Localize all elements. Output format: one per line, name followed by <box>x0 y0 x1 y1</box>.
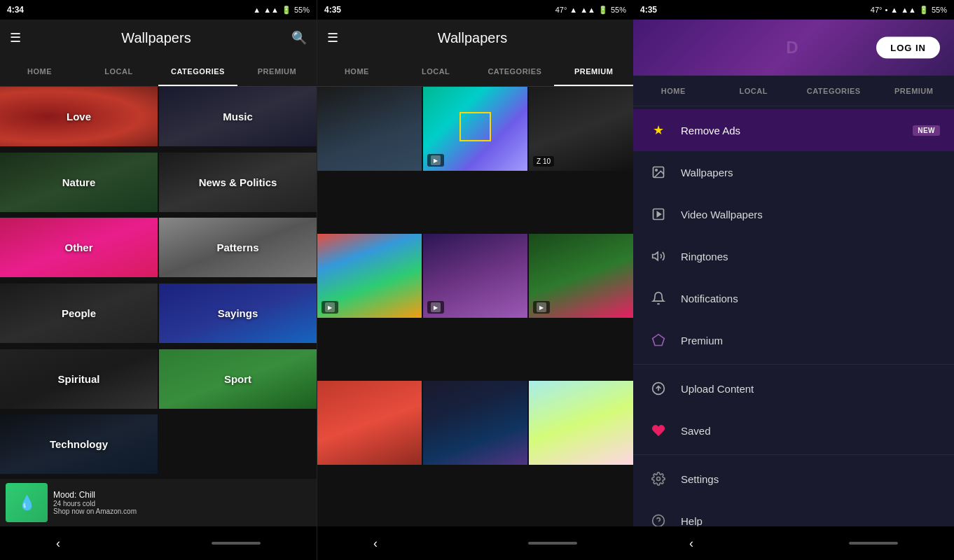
menu-label-remove-ads: Remove Ads <box>681 125 901 136</box>
back-button-2[interactable]: ‹ <box>373 536 378 551</box>
wp-flowers[interactable]: ▶ <box>529 234 633 318</box>
wp-outline-box <box>459 112 491 141</box>
wp-car[interactable] <box>317 87 422 171</box>
wp-play-badge-flower: ▶ <box>533 301 550 314</box>
signal-icon-2: ▲▲ <box>580 6 595 14</box>
status-time-2: 4:35 <box>324 5 341 15</box>
signal-icon: ▲▲ <box>263 6 279 14</box>
menu-item-premium[interactable]: Premium <box>633 319 954 361</box>
battery-icon-2: 🔋 <box>598 6 608 15</box>
wifi-icon: ▲ <box>253 6 261 14</box>
cat-people[interactable]: People <box>0 284 158 343</box>
status-icons-2: 47° ▲ ▲▲ 🔋 55% <box>555 6 626 15</box>
cat-technology-label: Technology <box>0 414 158 474</box>
ad-cta: Shop now on Amazon.com <box>53 507 137 515</box>
tab-local-3[interactable]: LOCAL <box>714 76 794 106</box>
tab-categories-1[interactable]: CATEGORIES <box>158 56 237 86</box>
wp-mask[interactable]: Z 10 <box>529 87 633 171</box>
back-button-3[interactable]: ‹ <box>689 536 693 551</box>
play-icon: ▶ <box>431 155 441 165</box>
tab-home-2[interactable]: HOME <box>317 56 396 86</box>
upload-icon <box>647 377 670 400</box>
search-icon-1[interactable]: 🔍 <box>291 30 307 46</box>
menu-label-premium: Premium <box>681 335 940 346</box>
cat-news[interactable]: News & Politics <box>159 153 317 212</box>
tabs-3: HOME LOCAL CATEGORIES PREMIUM <box>633 76 954 106</box>
menu-label-help: Help <box>681 515 940 527</box>
svg-marker-5 <box>653 335 665 346</box>
menu-label-upload: Upload Content <box>681 383 940 395</box>
wifi-icon-3: ▲ <box>890 6 898 14</box>
menu-item-settings[interactable]: Settings <box>633 458 954 500</box>
cat-patterns[interactable]: Patterns <box>159 218 317 277</box>
tab-premium-1[interactable]: PREMIUM <box>237 56 317 86</box>
menu-item-upload[interactable]: Upload Content <box>633 368 954 410</box>
cat-music-label: Music <box>159 87 317 146</box>
menu-header: D LOG IN <box>633 20 954 76</box>
status-icons-1: ▲ ▲▲ 🔋 55% <box>253 6 310 15</box>
hamburger-icon-1[interactable]: ☰ <box>10 30 21 46</box>
wallpapers-content: ▶ Z 10 ▶ ▶ <box>317 87 633 526</box>
app-title-2: Wallpapers <box>438 30 507 46</box>
menu-item-ringtones[interactable]: Ringtones <box>633 235 954 277</box>
cat-spiritual[interactable]: Spiritual <box>0 349 158 409</box>
menu-label-wallpapers: Wallpapers <box>681 167 940 178</box>
status-bar-2: 4:35 47° ▲ ▲▲ 🔋 55% <box>317 0 633 20</box>
tab-categories-3[interactable]: CATEGORIES <box>794 76 874 106</box>
bottom-nav-3: ‹ <box>633 526 954 560</box>
wp-z-badge: Z 10 <box>533 156 554 167</box>
status-time-3: 4:35 <box>640 5 657 15</box>
menu-item-wallpapers[interactable]: Wallpapers <box>633 151 954 193</box>
heart-icon <box>647 419 670 442</box>
tab-local-2[interactable]: LOCAL <box>396 56 476 86</box>
cat-news-label: News & Politics <box>159 153 317 212</box>
tab-home-3[interactable]: HOME <box>633 76 714 106</box>
menu-item-video-wallpapers[interactable]: Video Wallpapers <box>633 193 954 235</box>
home-indicator-3 <box>849 542 898 545</box>
status-bar-1: 4:34 ▲ ▲▲ 🔋 55% <box>0 0 317 20</box>
wp-colorful-stones[interactable]: ▶ <box>317 234 422 318</box>
wp-silhouette[interactable]: ▶ <box>423 234 527 318</box>
categories-content: Love Music Nature News & Politics Other <box>0 87 317 526</box>
tab-categories-2[interactable]: CATEGORIES <box>476 56 555 86</box>
svg-marker-3 <box>657 212 661 217</box>
tab-premium-3[interactable]: PREMIUM <box>874 76 955 106</box>
tab-premium-2[interactable]: PREMIUM <box>554 56 633 86</box>
tab-local-1[interactable]: LOCAL <box>79 56 158 86</box>
cat-other[interactable]: Other <box>0 218 158 277</box>
cat-music[interactable]: Music <box>159 87 317 146</box>
wp-play-badge-stones: ▶ <box>322 301 338 314</box>
star-icon: ★ <box>647 119 670 141</box>
new-badge: NEW <box>913 125 940 136</box>
status-bar-3: 4:35 47° • ▲ ▲▲ 🔋 55% <box>633 0 954 20</box>
menu-item-help[interactable]: Help <box>633 500 954 526</box>
cat-nature[interactable]: Nature <box>0 153 158 212</box>
cat-sport[interactable]: Sport <box>159 349 317 409</box>
ad-banner[interactable]: 💧 Mood: Chill 24 hours cold Shop now on … <box>0 479 317 526</box>
menu-divider-2 <box>633 454 954 455</box>
battery-pct-1: 55% <box>294 6 310 14</box>
cat-sayings[interactable]: Sayings <box>159 284 317 343</box>
cat-technology[interactable]: Technology <box>0 414 158 474</box>
menu-item-saved[interactable]: Saved <box>633 410 954 451</box>
wp-butterfly[interactable] <box>423 381 527 465</box>
back-button-1[interactable]: ‹ <box>56 536 60 551</box>
question-icon <box>647 510 670 526</box>
wp-tree[interactable] <box>529 381 633 465</box>
signal-icon-3: ▲▲ <box>901 6 916 14</box>
menu-item-notifications[interactable]: Notifications <box>633 277 954 319</box>
hamburger-icon-2[interactable]: ☰ <box>327 30 338 46</box>
cat-love[interactable]: Love <box>0 87 158 146</box>
play-icon-2: ▶ <box>325 302 335 312</box>
tab-home-1[interactable]: HOME <box>0 56 79 86</box>
home-indicator-2 <box>528 542 577 545</box>
cat-love-label: Love <box>0 87 158 146</box>
panel-menu: 4:35 47° • ▲ ▲▲ 🔋 55% D LOG IN HOME LOCA… <box>633 0 954 560</box>
login-button[interactable]: LOG IN <box>876 37 940 59</box>
status-time-1: 4:34 <box>7 5 24 15</box>
wp-abstract-teal[interactable]: ▶ <box>423 87 527 171</box>
battery-pct-2: 55% <box>611 6 626 14</box>
wp-red-pieces[interactable] <box>317 381 422 465</box>
menu-item-remove-ads[interactable]: ★ Remove Ads NEW <box>633 109 954 151</box>
wallpaper-grid: ▶ Z 10 ▶ ▶ <box>317 87 633 526</box>
